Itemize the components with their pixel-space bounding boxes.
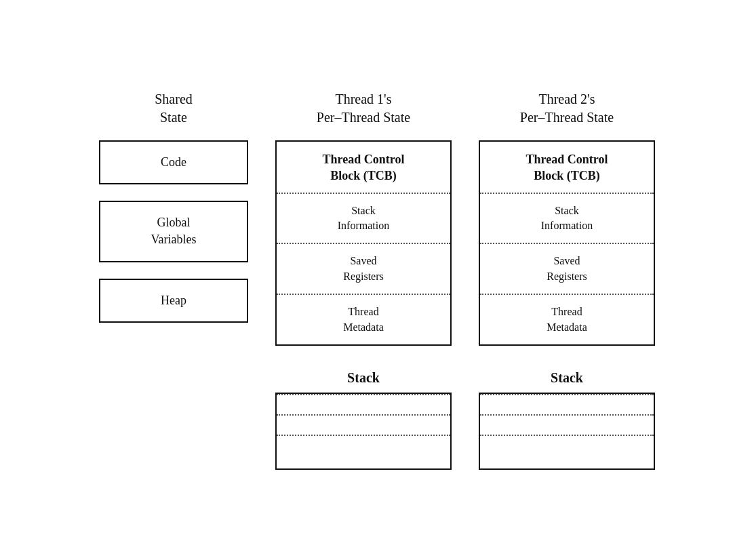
thread2-tcb-title: Thread ControlBlock (TCB) bbox=[480, 142, 654, 193]
thread2-stack-line-1 bbox=[480, 394, 654, 414]
thread1-stack-line-2 bbox=[277, 414, 450, 435]
thread1-stack-line-1 bbox=[277, 394, 450, 414]
thread1-stack-bottom-space bbox=[277, 455, 450, 468]
thread2-header: Thread 2'sPer–Thread State bbox=[479, 90, 655, 127]
thread1-stack-box bbox=[275, 393, 452, 470]
thread1-stack-label: Stack bbox=[275, 370, 452, 386]
thread2-tcb: Thread ControlBlock (TCB) StackInformati… bbox=[479, 140, 655, 346]
thread2-stack-box bbox=[479, 393, 655, 470]
thread1-stack-line-3 bbox=[277, 435, 450, 455]
thread1-header: Thread 1'sPer–Thread State bbox=[275, 90, 452, 127]
thread2-stack-info: StackInformation bbox=[480, 193, 654, 243]
thread2-stack-line-3 bbox=[480, 435, 654, 455]
heap-box: Heap bbox=[99, 279, 248, 323]
thread2-thread-metadata: ThreadMetadata bbox=[480, 294, 654, 344]
thread1-tcb-title: Thread ControlBlock (TCB) bbox=[277, 142, 450, 193]
thread1-column: Thread 1'sPer–Thread State Thread Contro… bbox=[275, 90, 452, 470]
global-variables-box: GlobalVariables bbox=[99, 201, 248, 262]
diagram: SharedState Code GlobalVariables Heap Th… bbox=[72, 70, 682, 490]
thread1-thread-metadata: ThreadMetadata bbox=[277, 294, 450, 344]
code-box: Code bbox=[99, 140, 248, 184]
thread1-tcb: Thread ControlBlock (TCB) StackInformati… bbox=[275, 140, 452, 346]
shared-state-header: SharedState bbox=[99, 90, 248, 127]
thread2-stack-label: Stack bbox=[479, 370, 655, 386]
thread2-stack-line-2 bbox=[480, 414, 654, 435]
thread2-column: Thread 2'sPer–Thread State Thread Contro… bbox=[479, 90, 655, 470]
thread2-saved-registers: SavedRegisters bbox=[480, 243, 654, 294]
thread1-saved-registers: SavedRegisters bbox=[277, 243, 450, 294]
thread1-stack-info: StackInformation bbox=[277, 193, 450, 243]
thread2-stack-bottom-space bbox=[480, 455, 654, 468]
shared-state-column: SharedState Code GlobalVariables Heap bbox=[99, 90, 248, 339]
